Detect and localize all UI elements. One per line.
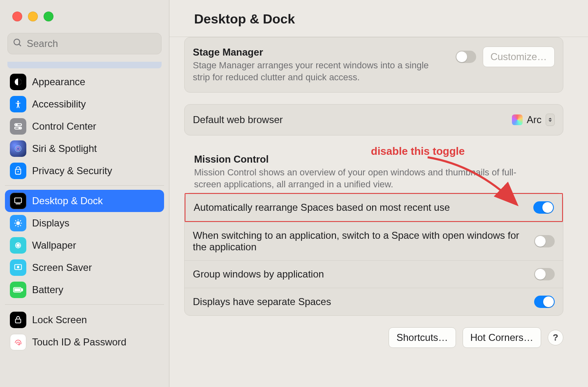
- sidebar-item-touch-id[interactable]: Touch ID & Password: [5, 331, 164, 353]
- help-button[interactable]: ?: [548, 330, 563, 345]
- sidebar-item-label: Lock Screen: [32, 314, 87, 326]
- svg-point-9: [16, 147, 20, 150]
- accessibility-icon: [10, 96, 26, 112]
- sidebar-item-control-center[interactable]: Control Center: [5, 115, 164, 138]
- sidebar-item-label: Appearance: [32, 76, 85, 88]
- svg-point-25: [17, 266, 19, 268]
- stage-manager-toggle[interactable]: [456, 51, 476, 63]
- svg-point-10: [18, 171, 19, 172]
- sidebar-item-label: Displays: [32, 217, 69, 229]
- svg-point-0: [14, 39, 20, 45]
- svg-rect-11: [15, 198, 22, 203]
- sidebar-item-label: Accessibility: [32, 98, 86, 110]
- svg-rect-29: [16, 319, 21, 323]
- row-displays-separate-spaces: Displays have separate Spaces: [185, 288, 563, 315]
- svg-point-8: [15, 146, 21, 152]
- sidebar-item-label: Battery: [32, 284, 63, 296]
- sidebar-item-privacy-security[interactable]: Privacy & Security: [5, 160, 164, 182]
- stage-manager-customize-button[interactable]: Customize…: [483, 47, 555, 67]
- siri-icon: [10, 140, 26, 157]
- sidebar-item-desktop-dock[interactable]: Desktop & Dock: [5, 190, 164, 212]
- displays-icon: [10, 215, 26, 231]
- sidebar-item-label: Screen Saver: [32, 262, 92, 273]
- sidebar-item-label: Wallpaper: [32, 240, 76, 251]
- privacy-icon: [10, 163, 26, 179]
- search-input[interactable]: [27, 38, 156, 49]
- mission-control-desc: Mission Control shows an overview of you…: [194, 167, 531, 190]
- svg-line-18: [15, 220, 16, 221]
- default-browser-card: Default web browser Arc: [184, 104, 563, 135]
- sidebar: Appearance Accessibility Control Center: [0, 0, 169, 387]
- row-label: Displays have separate Spaces: [193, 296, 526, 308]
- page-title: Desktop & Dock: [169, 0, 588, 37]
- sidebar-item-label: Desktop & Dock: [32, 195, 103, 207]
- default-browser-value: Arc: [527, 114, 542, 126]
- touch-id-icon: [10, 334, 26, 350]
- sidebar-item-label: Touch ID & Password: [32, 336, 126, 348]
- svg-point-6: [16, 124, 17, 125]
- battery-icon: [10, 282, 26, 298]
- row-switch-to-space: When switching to an application, switch…: [185, 222, 563, 260]
- hot-corners-button[interactable]: Hot Corners…: [463, 327, 541, 348]
- screen-saver-icon: [10, 259, 26, 276]
- lock-icon: [10, 312, 26, 328]
- row-label: Automatically rearrange Spaces based on …: [194, 202, 525, 213]
- sidebar-peek-above: [7, 62, 162, 68]
- arc-app-icon: [512, 114, 523, 125]
- shortcuts-button[interactable]: Shortcuts…: [389, 327, 456, 348]
- sidebar-item-label: Privacy & Security: [32, 165, 112, 177]
- svg-rect-27: [21, 289, 23, 291]
- svg-line-1: [19, 44, 21, 46]
- svg-line-19: [20, 225, 21, 226]
- control-center-icon: [10, 118, 26, 135]
- row-auto-rearrange-spaces: Automatically rearrange Spaces based on …: [185, 193, 563, 222]
- svg-line-21: [20, 220, 21, 221]
- mission-control-title: Mission Control: [194, 154, 562, 165]
- search-field[interactable]: [7, 33, 162, 54]
- footer-buttons: Shortcuts… Hot Corners… ?: [184, 327, 563, 348]
- svg-rect-28: [14, 288, 21, 291]
- row-label: Group windows by application: [193, 268, 526, 280]
- desktop-dock-icon: [10, 193, 26, 209]
- svg-point-13: [16, 221, 20, 225]
- sidebar-item-siri-spotlight[interactable]: Siri & Spotlight: [5, 138, 164, 160]
- displays-separate-spaces-toggle[interactable]: [534, 296, 555, 308]
- appearance-icon: [10, 74, 26, 90]
- sidebar-item-accessibility[interactable]: Accessibility: [5, 93, 164, 115]
- sidebar-item-label: Siri & Spotlight: [32, 143, 97, 154]
- default-browser-title: Default web browser: [193, 114, 504, 126]
- svg-line-20: [15, 225, 16, 226]
- sidebar-item-appearance[interactable]: Appearance: [5, 71, 164, 93]
- group-windows-toggle[interactable]: [534, 268, 555, 280]
- fullscreen-window-button[interactable]: [44, 12, 53, 21]
- minimize-window-button[interactable]: [28, 12, 38, 21]
- switch-to-space-toggle[interactable]: [534, 235, 555, 247]
- stage-manager-title: Stage Manager: [193, 47, 447, 58]
- stage-manager-desc: Stage Manager arranges your recent windo…: [193, 60, 447, 83]
- sidebar-item-battery[interactable]: Battery: [5, 279, 164, 301]
- sidebar-item-wallpaper[interactable]: Wallpaper: [5, 234, 164, 256]
- mission-control-header: Mission Control Mission Control shows an…: [192, 154, 563, 190]
- sidebar-item-lock-screen[interactable]: Lock Screen: [5, 309, 164, 331]
- default-browser-select[interactable]: Arc: [512, 114, 555, 126]
- close-window-button[interactable]: [12, 12, 22, 21]
- svg-point-3: [17, 101, 19, 103]
- sidebar-item-displays[interactable]: Displays: [5, 212, 164, 234]
- settings-pane: Desktop & Dock Stage Manager Stage Manag…: [169, 0, 588, 387]
- svg-point-7: [19, 127, 20, 128]
- stage-manager-card: Stage Manager Stage Manager arranges you…: [184, 37, 563, 93]
- wallpaper-icon: [10, 237, 26, 254]
- row-group-windows: Group windows by application: [185, 260, 563, 288]
- mission-control-card: Automatically rearrange Spaces based on …: [184, 193, 563, 316]
- auto-rearrange-spaces-toggle[interactable]: [533, 201, 554, 214]
- popup-stepper-icon: [546, 114, 555, 126]
- sidebar-item-label: Control Center: [32, 121, 96, 132]
- search-icon: [13, 38, 23, 49]
- window-traffic-lights: [0, 0, 169, 21]
- sidebar-item-screen-saver[interactable]: Screen Saver: [5, 256, 164, 279]
- row-label: When switching to an application, switch…: [193, 230, 526, 253]
